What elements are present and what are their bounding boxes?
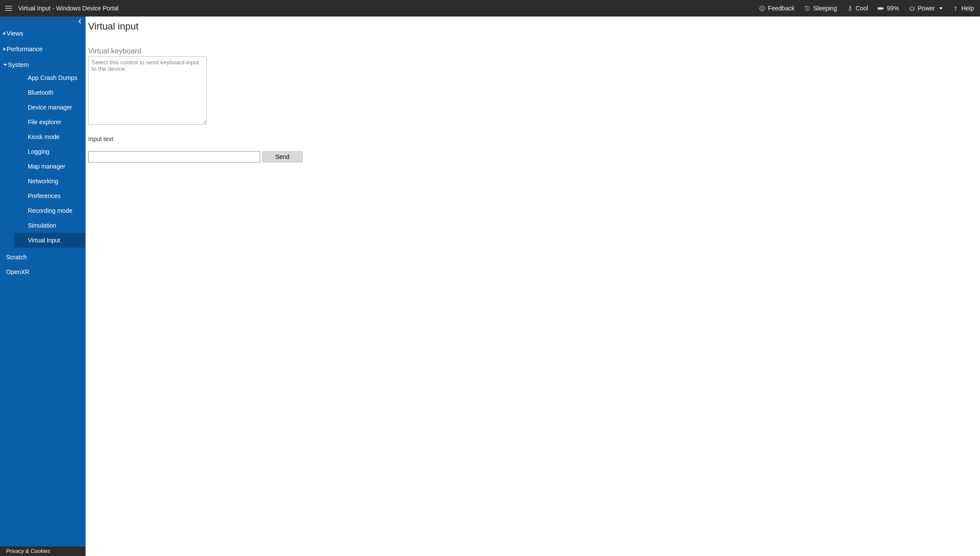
help-label: Help (961, 5, 974, 12)
power-icon (909, 5, 915, 12)
sidebar-item-kiosk-mode[interactable]: Kiosk mode (14, 129, 86, 144)
topbar: Virtual Input - Windows Device Portal Fe… (0, 0, 980, 17)
sidebar-group-views-label: Views (7, 30, 23, 37)
power-menu[interactable]: Power (909, 5, 943, 12)
sidebar-item-recording-mode[interactable]: Recording mode (14, 203, 86, 218)
app-title: Virtual Input - Windows Device Portal (18, 5, 119, 12)
sidebar-item-simulation[interactable]: Simulation (14, 218, 86, 233)
sidebar-group-system-label: System (8, 61, 29, 68)
svg-line-7 (808, 9, 808, 9)
smiley-icon (759, 5, 765, 12)
main-content: Virtual input Virtual keyboard Input tex… (86, 17, 980, 556)
battery-label: 99% (887, 5, 899, 12)
sidebar-nav: Views Performance System App Crash Dumps… (0, 26, 86, 546)
svg-point-4 (761, 7, 761, 8)
svg-rect-9 (883, 8, 884, 9)
sidebar-group-performance[interactable]: Performance (0, 43, 86, 55)
sidebar-item-bluetooth[interactable]: Bluetooth (14, 85, 86, 100)
page-title: Virtual input (88, 21, 977, 32)
input-text-field[interactable] (88, 151, 260, 162)
sidebar-item-preferences[interactable]: Preferences (14, 189, 86, 203)
chevron-left-icon[interactable] (78, 18, 82, 24)
svg-rect-10 (878, 8, 882, 9)
thermometer-icon (847, 5, 853, 12)
history-icon (804, 5, 811, 12)
chevron-down-icon (939, 7, 943, 10)
power-label: Power (918, 5, 935, 12)
svg-point-3 (760, 6, 765, 10)
sidebar-item-logging[interactable]: Logging (14, 144, 86, 159)
send-button[interactable]: Send (262, 151, 303, 162)
sidebar-group-performance-label: Performance (7, 46, 43, 53)
sidebar-item-map-manager[interactable]: Map manager (14, 159, 86, 174)
sleep-status-label: Sleeping (813, 5, 837, 12)
virtual-keyboard-label: Virtual keyboard (88, 47, 977, 56)
sidebar-item-openxr[interactable]: OpenXR (0, 265, 86, 279)
input-text-label: Input text (88, 136, 977, 142)
temperature-status[interactable]: Cool (847, 5, 868, 12)
svg-point-5 (762, 7, 763, 8)
help-button[interactable]: Help (952, 5, 974, 12)
topbar-status-group: Feedback Sleeping Cool 99% Power (759, 5, 974, 12)
battery-icon (877, 5, 884, 12)
hamburger-icon (5, 6, 12, 11)
sidebar: Views Performance System App Crash Dumps… (0, 17, 86, 556)
sidebar-group-system-items: App Crash Dumps Bluetooth Device manager… (0, 70, 86, 248)
feedback-label: Feedback (768, 5, 795, 12)
sidebar-item-file-explorer[interactable]: File explorer (14, 115, 86, 129)
caret-down-icon (3, 64, 7, 66)
sidebar-item-scratch[interactable]: Scratch (0, 250, 86, 264)
sidebar-group-system[interactable]: System (0, 59, 86, 70)
sidebar-group-views[interactable]: Views (0, 28, 86, 39)
menu-toggle-button[interactable] (0, 0, 17, 17)
sidebar-item-device-manager[interactable]: Device manager (14, 100, 86, 115)
question-icon (952, 5, 959, 12)
caret-right-icon (3, 47, 6, 51)
sidebar-item-app-crash-dumps[interactable]: App Crash Dumps (14, 70, 86, 85)
temperature-label: Cool (856, 5, 868, 12)
caret-right-icon (3, 32, 6, 35)
sleep-status[interactable]: Sleeping (804, 5, 837, 12)
sidebar-item-virtual-input[interactable]: Virtual Input (14, 233, 86, 248)
feedback-button[interactable]: Feedback (759, 5, 795, 12)
battery-status[interactable]: 99% (877, 5, 899, 12)
svg-point-11 (955, 10, 956, 10)
sidebar-item-networking[interactable]: Networking (14, 174, 86, 189)
virtual-keyboard-textarea[interactable] (88, 56, 207, 125)
privacy-cookies-link[interactable]: Privacy & Cookies (0, 546, 86, 556)
